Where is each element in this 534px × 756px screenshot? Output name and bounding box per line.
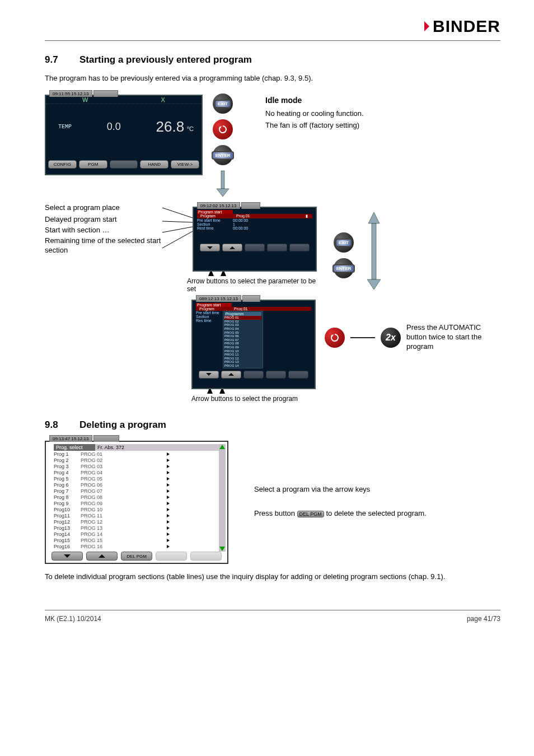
rest-value: 00:00:00 [233, 226, 248, 230]
list-item[interactable]: Prog13PROG 13 [54, 525, 219, 531]
popup-item[interactable]: PROG 09 [224, 346, 261, 349]
nav-up-button-2[interactable] [221, 371, 241, 379]
proglist-scrollbar[interactable] [219, 444, 226, 552]
hand-button[interactable]: HAND [140, 160, 168, 169]
automatic-button-2[interactable] [325, 328, 345, 348]
s3-program-value: Prog 01 [234, 307, 248, 311]
section-number: 9.7 [45, 54, 64, 66]
idle-screen: 09:11:55 15.12.13 W X TEMP 0.0 26.8 °C [45, 95, 203, 175]
svg-marker-2 [217, 189, 229, 197]
twice-label: 2x [386, 333, 396, 343]
start-note: Press the AUTOMATIC button twice to star… [406, 323, 497, 352]
list-item[interactable]: Prog 9PROG 09 [54, 500, 219, 506]
popup-item[interactable]: PROG 10 [224, 349, 261, 353]
temp-label: TEMP [58, 124, 72, 130]
automatic-button[interactable] [213, 119, 233, 139]
press-text-a: Press button [254, 509, 297, 517]
enter-button[interactable]: ENTER [213, 145, 233, 165]
popup-item[interactable]: PROG 14 [224, 364, 261, 368]
nav-up-button[interactable] [222, 244, 242, 251]
nav-down-button[interactable] [200, 244, 220, 251]
exit-button-2[interactable]: EXIT [334, 232, 354, 253]
popup-item[interactable]: PROG 06 [224, 334, 261, 338]
list-item[interactable]: Prog10PROG 10 [54, 506, 219, 512]
callout-program-place: Select a program place [45, 203, 162, 212]
svg-rect-1 [221, 171, 224, 189]
screen1-timestamp-tab: 09:11:55 15.12.13 [49, 90, 92, 97]
s3-program-key: Program [199, 307, 231, 311]
empty-tab-2 [241, 202, 260, 209]
logo: BINDER [424, 17, 500, 36]
s3-sec-key: Section [196, 315, 219, 319]
delete-body-text: To delete individual program sections (t… [45, 572, 500, 582]
list-item[interactable]: Prog 1PROG 01 [54, 451, 219, 457]
popup-item[interactable]: PROG 13 [224, 360, 261, 364]
list-item[interactable]: Prog 2PROG 02 [54, 457, 219, 463]
list-item[interactable]: Prog 7PROG 07 [54, 488, 219, 494]
del-pgm-button[interactable]: DEL PGM [121, 552, 152, 561]
config-button[interactable]: CONFIG [48, 160, 77, 169]
nav-empty-b2 [266, 371, 286, 379]
temp-unit: °C [187, 125, 194, 132]
popup-item[interactable]: PROG 01 [224, 316, 261, 320]
popup-item[interactable]: PROG 02 [224, 320, 261, 324]
exit-button[interactable]: EXIT [213, 94, 233, 114]
prestart-value: 00:00:00 [233, 218, 248, 222]
enter-label: ENTER [212, 151, 233, 160]
popup-item[interactable]: PROG 05 [224, 331, 261, 335]
list-item[interactable]: Prog16PROG 16 [54, 543, 219, 549]
nav-empty-button-2 [267, 244, 287, 251]
list-item[interactable]: Prog12PROG 12 [54, 519, 219, 525]
section-title: Starting a previously entered program [79, 54, 252, 66]
popup-item[interactable]: PROG 03 [224, 323, 261, 327]
section-number-98: 9.8 [45, 419, 64, 431]
program-value: Prog 01 [236, 214, 250, 218]
list-item[interactable]: Prog 4PROG 04 [54, 469, 219, 475]
empty-soft-button [110, 160, 138, 169]
program-key: Program [200, 214, 233, 218]
arrow-down-icon [214, 171, 231, 198]
list-item[interactable]: Prog15PROG 15 [54, 537, 219, 543]
twice-indicator: 2x [381, 328, 401, 348]
footer-up-button[interactable] [86, 552, 118, 561]
section-9-8-heading: 9.8 Deleting a program [45, 419, 500, 431]
list-item[interactable]: Prog 3PROG 03 [54, 463, 219, 469]
popup-item[interactable]: PROG 12 [224, 357, 261, 361]
scroll-up-icon[interactable] [219, 445, 225, 449]
press-text-b: to delete the selected program. [326, 509, 426, 517]
enter-button-2[interactable]: ENTER [334, 258, 354, 278]
empty-tab [93, 90, 118, 97]
list-item[interactable]: Prog11PROG 11 [54, 512, 219, 519]
svg-line-4 [162, 221, 193, 222]
popup-item[interactable]: PROG 08 [224, 342, 261, 346]
screen3-title: Program start [196, 303, 232, 307]
idle-line-1: No heating or cooling function. [265, 109, 364, 118]
s3-rest-key: Res time [196, 319, 219, 323]
footer-left: MK (E2.1) 10/2014 [45, 615, 101, 623]
exit-label-2: EXIT [335, 239, 352, 247]
list-item[interactable]: Prog 5PROG 05 [54, 475, 219, 482]
screen2-timestamp-tab: 09:12:02 15.12.13 [197, 202, 240, 209]
program-start-screen: 09:12:02 15.12.13 Program start Program … [193, 207, 317, 272]
svg-rect-8 [372, 223, 376, 279]
enter-label-2: ENTER [332, 264, 354, 273]
view-button[interactable]: VIEW-> [171, 160, 199, 169]
empty-tab-3 [242, 295, 260, 302]
callout-start-section: Start with section … [45, 226, 162, 234]
highlight-marker-icon: ▮ [306, 214, 308, 218]
popup-item[interactable]: PROG 04 [224, 327, 261, 331]
proglist-timestamp-tab: 09:13:47 15.12.13 [49, 435, 92, 442]
pgm-button[interactable]: PGM [79, 160, 107, 169]
popup-item[interactable]: PROG 11 [224, 353, 261, 357]
inline-delpgm-button: DEL PGM [297, 511, 324, 517]
program-popup: Programm PROG 01PROG 02PROG 03PROG 04PRO… [223, 311, 263, 368]
list-item[interactable]: Prog 6PROG 06 [54, 482, 219, 488]
proglist-hdr-2: Fr. Abs. 372 [95, 444, 219, 451]
list-item[interactable]: Prog14PROG 14 [54, 531, 219, 537]
nav-down-button-2[interactable] [199, 371, 219, 379]
list-item[interactable]: Prog 8PROG 08 [54, 494, 219, 500]
footer-down-button[interactable] [51, 552, 83, 561]
section-9-7-intro: The program has to be previously entered… [45, 73, 500, 83]
popup-item[interactable]: PROG 07 [224, 338, 261, 342]
scroll-down-icon[interactable] [219, 547, 225, 551]
